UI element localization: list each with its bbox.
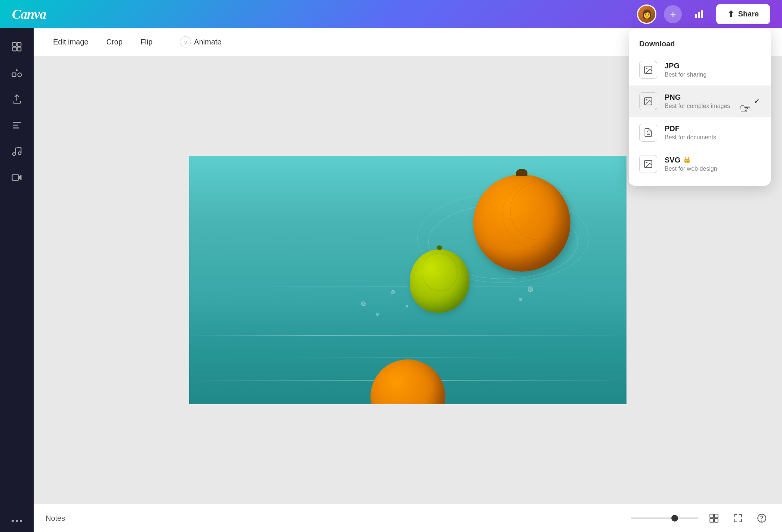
- share-label: Share: [738, 10, 759, 18]
- download-option-pdf[interactable]: PDF Best for documents: [629, 117, 771, 148]
- ripple-line-1: [189, 287, 626, 287]
- download-option-jpg[interactable]: JPG Best for sharing: [629, 54, 771, 86]
- pdf-desc: Best for documents: [665, 134, 716, 141]
- sidebar-item-elements[interactable]: [6, 62, 28, 84]
- analytics-button[interactable]: [689, 4, 709, 24]
- sidebar-item-text[interactable]: [6, 114, 28, 136]
- bubble-6: [519, 298, 522, 301]
- svg-point-9: [13, 153, 16, 156]
- fruit-orange-large: [473, 174, 570, 272]
- svg-rect-18: [714, 519, 718, 522]
- ripple-line-4: [189, 358, 626, 358]
- download-dropdown: Download JPG Best for sharing PNG Best f…: [629, 29, 771, 186]
- jpg-icon: [639, 61, 657, 79]
- svg-point-10: [18, 152, 21, 155]
- fullscreen-button[interactable]: [730, 510, 746, 526]
- share-button[interactable]: ⬆ Share: [716, 4, 770, 24]
- svg-rect-17: [710, 519, 714, 522]
- help-button[interactable]: [754, 510, 770, 526]
- edit-image-button[interactable]: Edit image: [46, 34, 96, 50]
- png-desc: Best for complex images: [665, 103, 730, 109]
- svg-desc: Best for web design: [665, 166, 717, 172]
- flip-button[interactable]: Flip: [133, 34, 160, 50]
- bottom-bar-right: [631, 510, 770, 526]
- svg-rect-3: [13, 43, 16, 46]
- toolbar-divider: [166, 34, 166, 49]
- share-upload-icon: ⬆: [727, 9, 734, 19]
- jpg-text: JPG Best for sharing: [665, 62, 706, 78]
- bubble-2: [376, 313, 379, 316]
- zoom-slider-container: [631, 517, 698, 519]
- notes-label: Notes: [46, 514, 65, 523]
- svg-text: SVG 👑 Best for web design: [665, 156, 717, 172]
- svg-rect-0: [695, 14, 697, 18]
- svg-point-13: [16, 520, 18, 522]
- svg-point-12: [12, 520, 14, 522]
- top-bar-right: 👩 + ⬆ Share: [637, 4, 770, 24]
- animate-button[interactable]: ○ Animate: [172, 33, 229, 51]
- svg-name: SVG 👑: [665, 156, 717, 164]
- bubble-5: [528, 287, 533, 292]
- svg-point-22: [646, 68, 647, 69]
- top-bar: Canva 👩 + ⬆ Share: [0, 0, 782, 28]
- svg-rect-15: [710, 514, 714, 518]
- sidebar-item-video[interactable]: [6, 166, 28, 189]
- zoom-slider[interactable]: [631, 517, 698, 519]
- svg-rect-2: [701, 10, 703, 18]
- download-option-svg[interactable]: SVG 👑 Best for web design: [629, 148, 771, 180]
- canvas-image[interactable]: [189, 156, 626, 404]
- crop-button[interactable]: Crop: [99, 34, 130, 50]
- ripple-line-3: [189, 335, 626, 336]
- bubble-4: [406, 305, 408, 307]
- plus-button[interactable]: +: [664, 5, 682, 23]
- bottom-bar: Notes: [34, 504, 782, 532]
- png-text: PNG Best for complex images: [665, 93, 730, 109]
- sidebar-item-audio[interactable]: [6, 140, 28, 163]
- avatar[interactable]: 👩: [637, 4, 656, 24]
- png-icon: [639, 92, 657, 110]
- svg-rect-16: [714, 514, 718, 518]
- animate-icon: ○: [180, 36, 191, 47]
- sidebar-item-templates[interactable]: [6, 35, 28, 58]
- ripple-line-2: [189, 313, 626, 313]
- svg-point-20: [761, 521, 762, 521]
- zoom-slider-thumb: [671, 515, 678, 522]
- jpg-name: JPG: [665, 62, 706, 70]
- edit-image-label: Edit image: [53, 38, 89, 46]
- png-checkmark: ✓: [754, 96, 760, 106]
- svg-point-29: [646, 162, 647, 163]
- download-option-png[interactable]: PNG Best for complex images ✓: [629, 86, 771, 117]
- bubble-1: [361, 301, 366, 306]
- animate-label: Animate: [194, 38, 221, 46]
- svg-rect-11: [12, 175, 19, 180]
- crown-icon: 👑: [683, 157, 691, 164]
- svg-rect-8: [12, 73, 16, 77]
- svg-rect-4: [17, 43, 21, 46]
- sidebar-item-uploads[interactable]: [6, 88, 28, 110]
- jpg-desc: Best for sharing: [665, 71, 706, 78]
- svg-point-7: [18, 73, 22, 77]
- svg-rect-1: [698, 12, 700, 18]
- pdf-icon: [639, 124, 657, 142]
- flip-label: Flip: [141, 38, 153, 46]
- svg-icon: [639, 155, 657, 173]
- pdf-name: PDF: [665, 124, 716, 133]
- svg-rect-6: [17, 47, 21, 51]
- canva-logo: Canva: [12, 6, 46, 22]
- left-sidebar: [0, 28, 34, 532]
- fruit-lime: [410, 249, 469, 313]
- download-title: Download: [629, 35, 771, 54]
- bubble-3: [391, 290, 395, 294]
- png-name: PNG: [665, 93, 730, 102]
- svg-point-14: [20, 520, 22, 522]
- crop-label: Crop: [107, 38, 123, 46]
- grid-view-button[interactable]: [706, 510, 722, 526]
- svg-rect-5: [13, 47, 16, 51]
- sidebar-item-more[interactable]: [6, 510, 28, 532]
- pdf-text: PDF Best for documents: [665, 124, 716, 141]
- svg-point-24: [646, 99, 647, 100]
